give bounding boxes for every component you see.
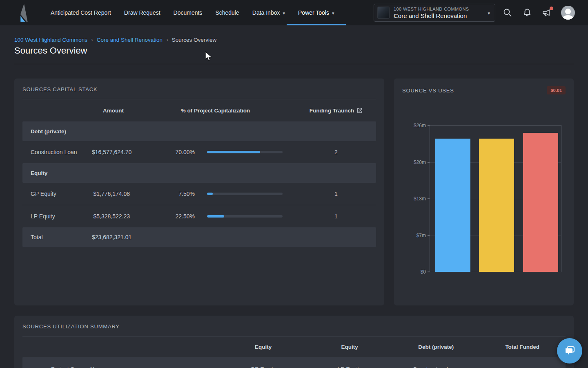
- nav-item-draw-request[interactable]: Draw Request: [118, 0, 167, 25]
- capital-stack-header-row: Amount % of Project Capitalization Fundi…: [22, 99, 376, 121]
- total-amount: $23,682,321.01: [92, 234, 135, 240]
- source-amount: $1,776,174.08: [92, 191, 135, 197]
- title-divider: [14, 64, 574, 64]
- utilization-header-row: Equity Equity Debt (private) Total Funde…: [22, 337, 566, 357]
- chat-bubbles-icon: [564, 345, 576, 357]
- nav-item-label: Draw Request: [124, 9, 160, 16]
- subheader-construction-loan: Construction Loan: [393, 366, 479, 368]
- project-selector-dropdown[interactable]: 100 WEST HIGHLAND COMMONS Core and Shell…: [374, 4, 495, 22]
- chevron-down-icon: [283, 9, 285, 16]
- breadcrumb-phase-link[interactable]: Core and Shell Renovation: [97, 37, 163, 43]
- nav-item-label: Anticipated Cost Report: [51, 9, 111, 16]
- chat-widget-button[interactable]: [557, 338, 582, 364]
- source-amount: $5,328,522.23: [92, 213, 135, 220]
- y-axis-tick-label: $26m: [414, 123, 426, 128]
- edit-icon[interactable]: [357, 108, 363, 113]
- funding-traunch-value: 1: [296, 213, 376, 220]
- group-row-equity: Equity: [22, 163, 376, 183]
- nav-item-label: Documents: [174, 9, 203, 16]
- bar-uses-yellow[interactable]: [479, 139, 514, 272]
- nav-item-label: Data Inbox: [252, 9, 280, 16]
- source-pct: 7.50%: [135, 191, 196, 197]
- pct-progress-bar: [207, 193, 283, 195]
- source-name: LP Equity: [22, 213, 92, 220]
- bar-series: [430, 126, 561, 272]
- source-vs-uses-card: SOURCE VS USES $0.01 $26m $20m $13m $7m …: [394, 79, 574, 305]
- column-header-amount: Amount: [92, 108, 135, 114]
- project-selector-text: 100 WEST HIGHLAND COMMONS Core and Shell…: [394, 7, 488, 19]
- project-name: 100 WEST HIGHLAND COMMONS: [394, 7, 488, 11]
- announcements-megaphone-icon[interactable]: [541, 7, 552, 18]
- search-icon[interactable]: [502, 7, 513, 18]
- funding-traunch-value: 2: [296, 149, 376, 155]
- y-axis-tick-label: $20m: [414, 159, 426, 165]
- breadcrumb-project-link[interactable]: 100 West Highland Commons: [14, 37, 87, 43]
- nav-item-label: Schedule: [215, 9, 239, 16]
- sources-capital-stack-card: SOURCES CAPITAL STACK Amount % of Projec…: [14, 79, 384, 305]
- bar-budget-red[interactable]: [523, 133, 558, 272]
- y-axis-tick-label: $13m: [414, 196, 426, 202]
- source-amount: $16,577,624.70: [92, 149, 135, 155]
- variance-badge: $0.01: [547, 86, 566, 94]
- source-pct: 22.50%: [135, 213, 196, 220]
- notification-dot: [550, 7, 553, 10]
- notifications-bell-icon[interactable]: [522, 7, 532, 18]
- breadcrumb-separator-icon: [166, 36, 168, 43]
- nav-item-data-inbox[interactable]: Data Inbox: [246, 0, 292, 25]
- source-name: GP Equity: [22, 191, 92, 197]
- source-pct: 70.00%: [135, 149, 196, 155]
- nav-item-power-tools[interactable]: Power Tools: [292, 0, 341, 25]
- avatar-person-icon: [565, 9, 571, 14]
- pct-progress-bar: [207, 215, 283, 218]
- card-title: SOURCES UTILIZATION SUMMARY: [22, 323, 120, 330]
- utilization-subheader-row: Project Source Name GP Equity LP Equity …: [22, 357, 566, 368]
- project-phase: Core and Shell Renovation: [394, 12, 488, 19]
- breadcrumb-current: Sources Overview: [172, 37, 217, 43]
- column-header-total-funded: Total Funded: [479, 344, 566, 350]
- project-thumbnail-image: [377, 7, 390, 19]
- table-row-gp-equity[interactable]: GP Equity $1,776,174.08 7.50% 1: [22, 183, 376, 205]
- page-title: Sources Overview: [14, 45, 87, 56]
- card-title: SOURCES CAPITAL STACK: [22, 86, 97, 92]
- top-navbar: Anticipated Cost Report Draw Request Doc…: [0, 0, 588, 25]
- company-logo-icon[interactable]: [19, 3, 29, 22]
- navbar-actions: [502, 0, 575, 25]
- bar-sources-blue[interactable]: [435, 139, 470, 272]
- chevron-down-icon: [488, 9, 490, 16]
- column-header-equity-2: Equity: [307, 344, 393, 350]
- sources-utilization-summary-card: SOURCES UTILIZATION SUMMARY Equity Equit…: [14, 316, 574, 368]
- nav-item-documents[interactable]: Documents: [167, 0, 209, 25]
- bar-chart-plot-area: $26m $20m $13m $7m $0: [430, 125, 561, 272]
- nav-item-anticipated-cost-report[interactable]: Anticipated Cost Report: [44, 0, 118, 25]
- column-header-equity-1: Equity: [220, 344, 307, 350]
- column-header-pct: % of Project Capitalization: [135, 108, 296, 114]
- card-title: SOURCE VS USES: [402, 88, 454, 94]
- source-name: Construction Loan: [22, 149, 92, 155]
- nav-item-schedule[interactable]: Schedule: [209, 0, 245, 25]
- y-axis-tick-label: $0: [421, 269, 426, 275]
- chevron-down-icon: [332, 9, 334, 16]
- main-menu: Anticipated Cost Report Draw Request Doc…: [44, 0, 341, 25]
- total-label: Total: [22, 234, 92, 240]
- breadcrumb-separator-icon: [91, 36, 93, 43]
- user-avatar[interactable]: [561, 6, 575, 20]
- table-row-total: Total $23,682,321.01: [22, 227, 376, 247]
- table-row-lp-equity[interactable]: LP Equity $5,328,522.23 22.50% 1: [22, 205, 376, 227]
- pct-progress-bar: [207, 151, 283, 153]
- y-axis-tick-label: $7m: [416, 233, 426, 238]
- funding-traunch-value: 1: [296, 191, 376, 197]
- nav-item-label: Power Tools: [298, 9, 329, 16]
- subheader-project-source-name: Project Source Name: [22, 366, 220, 368]
- mouse-cursor: [205, 51, 214, 62]
- group-row-debt-private: Debt (private): [22, 121, 376, 141]
- app-root: Anticipated Cost Report Draw Request Doc…: [0, 0, 588, 368]
- subheader-lp-equity: LP Equity: [307, 366, 393, 368]
- breadcrumb: 100 West Highland Commons Core and Shell…: [14, 36, 216, 43]
- column-header-debt: Debt (private): [393, 344, 479, 350]
- column-header-funding-traunch[interactable]: Funding Traunch: [296, 108, 376, 114]
- table-row-construction-loan[interactable]: Construction Loan $16,577,624.70 70.00% …: [22, 141, 376, 163]
- subheader-gp-equity: GP Equity: [220, 366, 307, 368]
